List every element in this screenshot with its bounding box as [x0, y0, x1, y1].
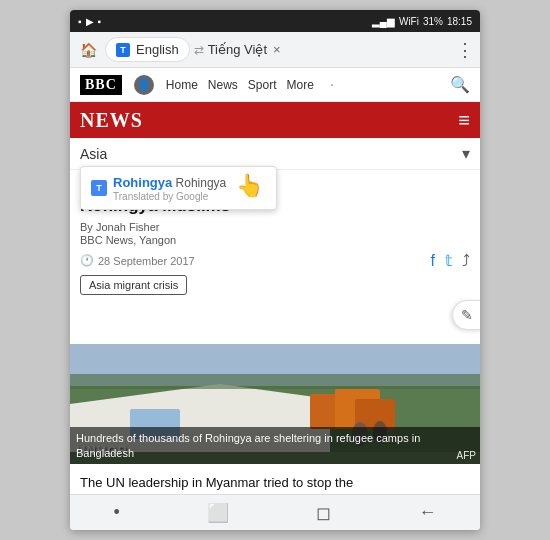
favicon-text: T	[120, 45, 126, 55]
translate-icon: T	[91, 180, 107, 196]
status-icon-2: ▶	[86, 16, 94, 27]
status-icon-1: ▪	[78, 16, 82, 27]
tab-divider: ⇄	[194, 43, 204, 57]
tab-close-button[interactable]: ×	[271, 42, 283, 57]
phone-frame: ▪ ▶ ▪ ▂▄▆ WiFi 31% 18:15 🏠 T English ⇄ T…	[70, 10, 480, 530]
bbc-header: NEWS ≡	[70, 102, 480, 138]
bbc-news-title: NEWS	[80, 109, 143, 132]
time-display: 18:15	[447, 16, 472, 27]
asia-label: Asia	[80, 146, 107, 162]
article-snippet-text: The UN leadership in Myanmar tried to st…	[80, 475, 353, 490]
bbc-account-icon[interactable]: 👤	[134, 75, 154, 95]
nav-sport[interactable]: Sport	[248, 78, 277, 92]
wifi-icon: WiFi	[399, 16, 419, 27]
article-date: 🕐 28 September 2017	[80, 254, 195, 267]
bbc-nav-links: Home News Sport More	[166, 78, 314, 92]
search-button[interactable]: 🔍	[450, 75, 470, 94]
status-bar: ▪ ▶ ▪ ▂▄▆ WiFi 31% 18:15	[70, 10, 480, 32]
tooltip-word: Rohingya	[113, 175, 172, 190]
facebook-share-icon[interactable]: f	[431, 252, 435, 270]
bbc-logo: BBC	[80, 75, 122, 95]
tab-english[interactable]: T English	[105, 37, 190, 62]
afp-credit: AFP	[457, 449, 476, 462]
asia-bar: Asia ▾ T Rohingya Rohingya Translated by…	[70, 138, 480, 170]
tooltip-translation: Rohingya	[176, 176, 227, 190]
tooltip-by-google: Translated by Google	[113, 191, 226, 202]
article-tag[interactable]: Asia migrant crisis	[80, 275, 187, 295]
bottom-nav: • ⬜ ◻ ←	[70, 494, 480, 530]
bottom-back-button[interactable]: ←	[406, 498, 448, 527]
edit-fab-button[interactable]: ✎	[452, 300, 480, 330]
nav-news[interactable]: News	[208, 78, 238, 92]
generic-share-icon[interactable]: ⤴	[462, 252, 470, 270]
nav-dot-separator: ·	[330, 76, 334, 94]
status-left-icons: ▪ ▶ ▪	[78, 16, 101, 27]
status-icon-3: ▪	[98, 16, 102, 27]
date-text: 28 September 2017	[98, 255, 195, 267]
battery-level: 31%	[423, 16, 443, 27]
article-date-row: 🕐 28 September 2017 f 𝕥 ⤴	[80, 251, 470, 270]
bbc-menu-button[interactable]: ≡	[458, 109, 470, 132]
article-byline-author: By Jonah Fisher	[80, 221, 470, 233]
article-snippet: The UN leadership in Myanmar tried to st…	[70, 468, 480, 494]
tooltip-hand-icon: 👆	[236, 173, 266, 203]
tab-favicon: T	[116, 43, 130, 57]
social-icons: f 𝕥 ⤴	[431, 251, 470, 270]
tab-english-label: English	[136, 42, 179, 57]
image-caption-text: Hundreds of thousands of Rohingya are sh…	[76, 432, 420, 458]
account-icon-symbol: 👤	[137, 78, 151, 91]
image-caption: Hundreds of thousands of Rohingya are sh…	[70, 427, 480, 464]
status-right-info: ▂▄▆ WiFi 31% 18:15	[372, 16, 472, 27]
asia-chevron-icon[interactable]: ▾	[462, 144, 470, 163]
twitter-share-icon[interactable]: 𝕥	[445, 251, 452, 270]
nav-home[interactable]: Home	[166, 78, 198, 92]
bottom-tab-button[interactable]: ⬜	[195, 498, 241, 528]
nav-more[interactable]: More	[287, 78, 314, 92]
article-wrap: ✎ ed Myanmar's Rohingya Muslims By Jonah…	[70, 170, 480, 494]
tab-more-button[interactable]: ⋮	[456, 39, 474, 61]
article-byline-org: BBC News, Yangon	[80, 234, 470, 246]
clock-icon: 🕐	[80, 254, 94, 267]
bbc-nav: BBC 👤 Home News Sport More · 🔍	[70, 68, 480, 102]
article-image: UNHCR Hundreds of thousands of Rohingya …	[70, 344, 480, 464]
translation-tooltip: T Rohingya Rohingya Translated by Google…	[80, 166, 277, 210]
home-button[interactable]: 🏠	[76, 38, 101, 62]
signal-icon: ▂▄▆	[372, 16, 395, 27]
tab-bar: 🏠 T English ⇄ Tiếng Việt × ⋮	[70, 32, 480, 68]
svg-rect-6	[70, 374, 480, 389]
bottom-square-button[interactable]: ◻	[304, 498, 343, 528]
tooltip-content: Rohingya Rohingya Translated by Google	[113, 175, 226, 202]
bottom-menu-button[interactable]: •	[102, 498, 132, 527]
tab-vietnamese-label[interactable]: Tiếng Việt	[208, 42, 267, 57]
